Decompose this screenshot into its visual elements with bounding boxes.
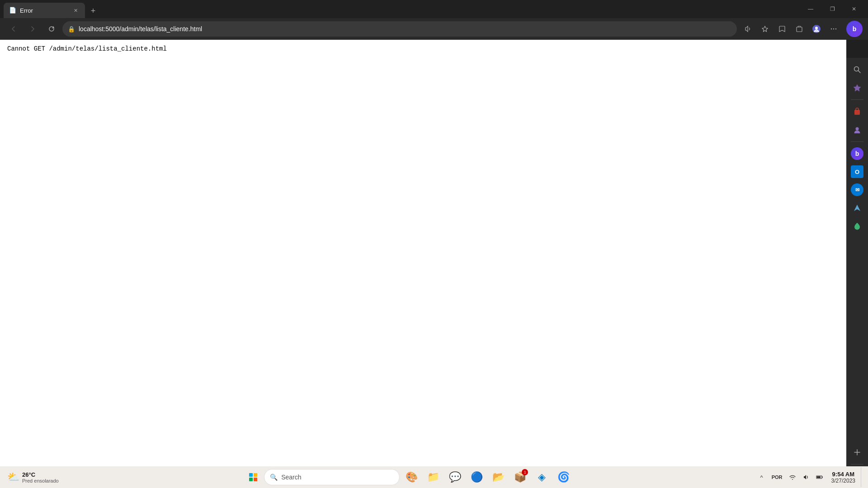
sidebar-divider-3: [851, 464, 863, 465]
chrome-icon: 🔵: [471, 471, 483, 483]
taskbar-app-photos[interactable]: 🎨: [401, 467, 421, 487]
close-button[interactable]: ✕: [844, 2, 864, 16]
app-badge-count: 1: [522, 469, 528, 475]
sidebar-divider-2: [851, 141, 863, 142]
tab-close-button[interactable]: ✕: [71, 6, 80, 14]
sidebar-outlook-button[interactable]: O: [849, 164, 865, 180]
file-explorer-icon: 📁: [427, 471, 439, 483]
clock-date: 3/27/2023: [831, 478, 855, 484]
svg-point-11: [856, 127, 859, 131]
taskbar-center: 🔍 Search 🎨 📁 💬 🔵 📂 📦 1 ◈: [64, 467, 754, 487]
svg-rect-10: [854, 110, 860, 115]
content-area: Cannot GET /admin/telas/lista_cliente.ht…: [0, 40, 868, 488]
taskbar-app-vscode[interactable]: ◈: [532, 467, 552, 487]
tray-wifi[interactable]: [786, 471, 799, 483]
window-controls: — ❐ ✕: [800, 2, 864, 16]
nav-right-icons: [740, 21, 842, 37]
sidebar-app-button[interactable]: [849, 218, 865, 234]
tray-volume[interactable]: [800, 471, 812, 483]
svg-marker-9: [854, 84, 861, 91]
minimize-button[interactable]: —: [800, 2, 821, 16]
taskbar-app-chat[interactable]: 💬: [445, 467, 465, 487]
vscode-icon: ◈: [538, 471, 546, 483]
file-manager-icon: 📂: [492, 471, 505, 483]
svg-point-3: [815, 27, 818, 29]
sidebar-share-button[interactable]: [849, 200, 865, 216]
title-bar: 📄 Error ✕ + — ❐ ✕: [0, 0, 868, 18]
show-desktop-button[interactable]: [861, 467, 864, 487]
weather-info: 26°C Pred ensolarado: [22, 471, 59, 483]
taskbar-app-chrome[interactable]: 🔵: [467, 467, 486, 487]
photos-app-icon: 🎨: [406, 471, 418, 483]
taskbar-app-filemanager[interactable]: 📂: [488, 467, 508, 487]
sidebar-person-button[interactable]: [849, 122, 865, 138]
address-bar[interactable]: 🔒 localhost:5000/admin/telas/lista_clien…: [62, 21, 737, 37]
weather-icon: ⛅: [7, 471, 19, 483]
read-aloud-button[interactable]: [740, 21, 756, 37]
svg-point-6: [835, 28, 836, 29]
tray-battery[interactable]: [813, 471, 826, 483]
search-bar-text: Search: [281, 474, 301, 481]
taskbar-app-edge[interactable]: 🌀: [553, 467, 573, 487]
chat-icon: 💬: [449, 471, 461, 483]
taskbar-app-badge[interactable]: 📦 1: [510, 467, 530, 487]
profile-button[interactable]: [808, 21, 825, 37]
systray: ^ POR: [755, 471, 826, 483]
tray-chevron[interactable]: ^: [755, 471, 768, 483]
sidebar-add-button[interactable]: [849, 444, 865, 460]
tab-title: Error: [20, 7, 68, 14]
back-button[interactable]: [5, 21, 22, 37]
bing-copilot-button[interactable]: b: [846, 21, 863, 37]
restore-button[interactable]: ❐: [822, 2, 843, 16]
taskbar-app-explorer[interactable]: 📁: [423, 467, 443, 487]
more-button[interactable]: [826, 21, 842, 37]
sidebar-divider-1: [851, 99, 863, 100]
sidebar-office-button[interactable]: ✉: [849, 182, 865, 198]
weather-description: Pred ensolarado: [22, 478, 59, 483]
svg-rect-1: [797, 27, 802, 32]
collections-button[interactable]: [791, 21, 807, 37]
refresh-button[interactable]: [43, 21, 60, 37]
main-content: Cannot GET /admin/telas/lista_cliente.ht…: [0, 40, 846, 488]
favorites-button[interactable]: [774, 21, 790, 37]
active-tab[interactable]: 📄 Error ✕: [4, 3, 85, 18]
svg-marker-0: [762, 26, 768, 32]
weather-temperature: 26°C: [22, 471, 59, 478]
sidebar-right: b O ✉: [846, 58, 868, 488]
svg-rect-19: [817, 476, 821, 478]
clock-area[interactable]: 9:54 AM 3/27/2023: [828, 467, 859, 487]
svg-point-5: [833, 28, 834, 29]
taskbar: ⛅ 26°C Pred ensolarado 🔍 Search 🎨 📁: [0, 466, 868, 488]
clock-time: 9:54 AM: [832, 471, 854, 478]
tray-lang[interactable]: POR: [769, 471, 785, 483]
search-bar-icon: 🔍: [270, 474, 278, 481]
svg-line-8: [859, 71, 861, 73]
sidebar-favorites-button[interactable]: [849, 80, 865, 96]
forward-button[interactable]: [24, 21, 41, 37]
weather-widget[interactable]: ⛅ 26°C Pred ensolarado: [4, 469, 62, 485]
sidebar-search-button[interactable]: [849, 61, 865, 78]
browser-essentials-button[interactable]: [757, 21, 773, 37]
tab-favicon: 📄: [9, 7, 16, 14]
svg-point-4: [831, 28, 832, 29]
new-tab-button[interactable]: +: [87, 5, 99, 17]
lock-icon: 🔒: [68, 26, 75, 33]
edge-icon: 🌀: [557, 471, 570, 483]
windows-logo: [249, 473, 257, 481]
taskbar-right: ^ POR 9:54 AM 3/27/2023: [755, 467, 864, 487]
error-message: Cannot GET /admin/telas/lista_cliente.ht…: [0, 40, 846, 58]
address-text: localhost:5000/admin/telas/lista_cliente…: [79, 25, 731, 33]
tab-area: 📄 Error ✕ +: [4, 0, 798, 18]
search-bar[interactable]: 🔍 Search: [264, 469, 400, 485]
nav-bar: 🔒 localhost:5000/admin/telas/lista_clien…: [0, 18, 868, 40]
sidebar-collections-button[interactable]: [849, 103, 865, 120]
sidebar-copilot-button[interactable]: b: [849, 145, 865, 162]
start-button[interactable]: [244, 468, 262, 486]
